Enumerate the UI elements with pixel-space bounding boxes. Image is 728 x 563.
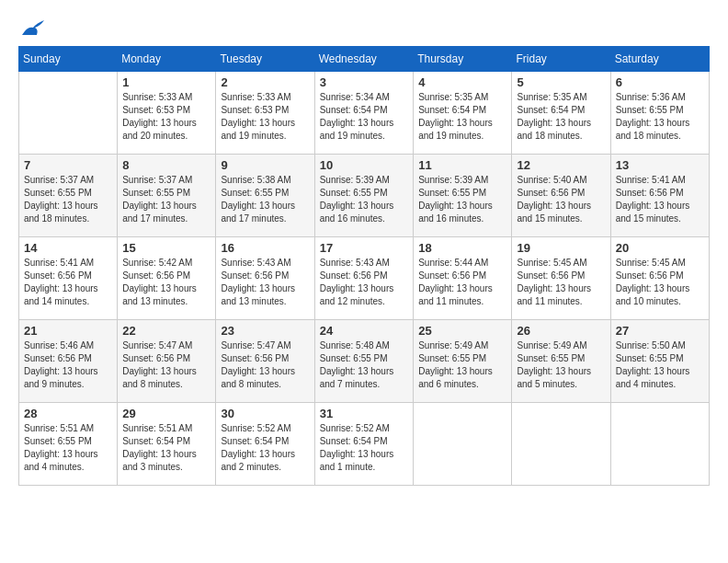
calendar-cell: 17Sunrise: 5:43 AMSunset: 6:56 PMDayligh… — [314, 237, 414, 320]
calendar-cell: 2Sunrise: 5:33 AMSunset: 6:53 PMDaylight… — [216, 72, 314, 155]
calendar-cell: 20Sunrise: 5:45 AMSunset: 6:56 PMDayligh… — [610, 237, 709, 320]
day-info: Sunrise: 5:38 AMSunset: 6:55 PMDaylight:… — [221, 174, 309, 225]
day-number: 28 — [24, 407, 112, 420]
calendar-cell: 3Sunrise: 5:34 AMSunset: 6:54 PMDaylight… — [314, 72, 414, 155]
day-number: 30 — [221, 407, 309, 420]
day-number: 3 — [320, 75, 409, 89]
day-info: Sunrise: 5:51 AMSunset: 6:54 PMDaylight:… — [122, 422, 210, 474]
day-number: 17 — [320, 241, 409, 255]
day-info: Sunrise: 5:50 AMSunset: 6:55 PMDaylight:… — [616, 339, 704, 391]
day-info: Sunrise: 5:35 AMSunset: 6:54 PMDaylight:… — [418, 91, 506, 143]
logo — [18, 18, 46, 37]
page-header — [18, 18, 710, 37]
calendar-cell: 23Sunrise: 5:47 AMSunset: 6:56 PMDayligh… — [216, 320, 314, 403]
day-info: Sunrise: 5:33 AMSunset: 6:53 PMDaylight:… — [221, 91, 309, 143]
day-info: Sunrise: 5:47 AMSunset: 6:56 PMDaylight:… — [221, 339, 309, 391]
calendar-cell: 30Sunrise: 5:52 AMSunset: 6:54 PMDayligh… — [216, 403, 314, 486]
day-info: Sunrise: 5:39 AMSunset: 6:55 PMDaylight:… — [320, 174, 409, 225]
calendar-header-row: SundayMondayTuesdayWednesdayThursdayFrid… — [19, 47, 710, 72]
day-number: 8 — [122, 158, 210, 172]
day-number: 14 — [24, 241, 112, 255]
calendar-cell: 22Sunrise: 5:47 AMSunset: 6:56 PMDayligh… — [118, 320, 216, 403]
calendar-cell: 21Sunrise: 5:46 AMSunset: 6:56 PMDayligh… — [19, 320, 118, 403]
calendar-cell: 6Sunrise: 5:36 AMSunset: 6:55 PMDaylight… — [610, 72, 709, 155]
day-info: Sunrise: 5:49 AMSunset: 6:55 PMDaylight:… — [418, 339, 506, 391]
day-info: Sunrise: 5:51 AMSunset: 6:55 PMDaylight:… — [24, 422, 112, 474]
header-saturday: Saturday — [610, 47, 709, 72]
day-number: 9 — [221, 158, 309, 172]
day-number: 12 — [517, 158, 605, 172]
day-info: Sunrise: 5:46 AMSunset: 6:56 PMDaylight:… — [24, 339, 112, 391]
day-info: Sunrise: 5:43 AMSunset: 6:56 PMDaylight:… — [320, 257, 409, 308]
day-number: 6 — [616, 75, 704, 89]
day-info: Sunrise: 5:35 AMSunset: 6:54 PMDaylight:… — [517, 91, 605, 143]
calendar-cell: 11Sunrise: 5:39 AMSunset: 6:55 PMDayligh… — [414, 155, 512, 237]
calendar-cell: 24Sunrise: 5:48 AMSunset: 6:55 PMDayligh… — [314, 320, 414, 403]
header-tuesday: Tuesday — [216, 47, 314, 72]
day-info: Sunrise: 5:41 AMSunset: 6:56 PMDaylight:… — [616, 174, 704, 225]
calendar-cell: 28Sunrise: 5:51 AMSunset: 6:55 PMDayligh… — [19, 403, 118, 486]
day-info: Sunrise: 5:47 AMSunset: 6:56 PMDaylight:… — [122, 339, 210, 391]
calendar-week-row: 21Sunrise: 5:46 AMSunset: 6:56 PMDayligh… — [19, 320, 710, 403]
day-info: Sunrise: 5:43 AMSunset: 6:56 PMDaylight:… — [221, 257, 309, 308]
calendar-cell: 18Sunrise: 5:44 AMSunset: 6:56 PMDayligh… — [414, 237, 512, 320]
calendar-cell: 26Sunrise: 5:49 AMSunset: 6:55 PMDayligh… — [512, 320, 610, 403]
day-number: 7 — [24, 158, 112, 172]
day-number: 13 — [616, 158, 704, 172]
calendar-cell — [414, 403, 512, 486]
calendar-cell: 29Sunrise: 5:51 AMSunset: 6:54 PMDayligh… — [118, 403, 216, 486]
calendar-week-row: 28Sunrise: 5:51 AMSunset: 6:55 PMDayligh… — [19, 403, 710, 486]
day-info: Sunrise: 5:34 AMSunset: 6:54 PMDaylight:… — [320, 91, 409, 143]
day-number: 4 — [418, 75, 506, 89]
day-number: 15 — [122, 241, 210, 255]
day-number: 19 — [517, 241, 605, 255]
day-info: Sunrise: 5:37 AMSunset: 6:55 PMDaylight:… — [122, 174, 210, 225]
calendar-table: SundayMondayTuesdayWednesdayThursdayFrid… — [18, 46, 710, 486]
day-info: Sunrise: 5:41 AMSunset: 6:56 PMDaylight:… — [24, 257, 112, 308]
day-number: 29 — [122, 407, 210, 420]
day-info: Sunrise: 5:39 AMSunset: 6:55 PMDaylight:… — [418, 174, 506, 225]
calendar-week-row: 7Sunrise: 5:37 AMSunset: 6:55 PMDaylight… — [19, 155, 710, 237]
calendar-cell: 13Sunrise: 5:41 AMSunset: 6:56 PMDayligh… — [610, 155, 709, 237]
header-wednesday: Wednesday — [314, 47, 414, 72]
day-info: Sunrise: 5:42 AMSunset: 6:56 PMDaylight:… — [122, 257, 210, 308]
day-number: 5 — [517, 75, 605, 89]
logo-bird-icon — [20, 18, 46, 37]
calendar-cell: 7Sunrise: 5:37 AMSunset: 6:55 PMDaylight… — [19, 155, 118, 237]
day-info: Sunrise: 5:36 AMSunset: 6:55 PMDaylight:… — [616, 91, 704, 143]
calendar-cell: 27Sunrise: 5:50 AMSunset: 6:55 PMDayligh… — [610, 320, 709, 403]
calendar-cell: 31Sunrise: 5:52 AMSunset: 6:54 PMDayligh… — [314, 403, 414, 486]
header-sunday: Sunday — [19, 47, 118, 72]
day-number: 22 — [122, 324, 210, 338]
day-number: 16 — [221, 241, 309, 255]
day-info: Sunrise: 5:48 AMSunset: 6:55 PMDaylight:… — [320, 339, 409, 391]
day-info: Sunrise: 5:45 AMSunset: 6:56 PMDaylight:… — [616, 257, 704, 308]
calendar-cell — [610, 403, 709, 486]
calendar-cell: 15Sunrise: 5:42 AMSunset: 6:56 PMDayligh… — [118, 237, 216, 320]
calendar-cell: 10Sunrise: 5:39 AMSunset: 6:55 PMDayligh… — [314, 155, 414, 237]
day-number: 26 — [517, 324, 605, 338]
calendar-week-row: 1Sunrise: 5:33 AMSunset: 6:53 PMDaylight… — [19, 72, 710, 155]
day-info: Sunrise: 5:40 AMSunset: 6:56 PMDaylight:… — [517, 174, 605, 225]
day-number: 18 — [418, 241, 506, 255]
calendar-cell: 16Sunrise: 5:43 AMSunset: 6:56 PMDayligh… — [216, 237, 314, 320]
calendar-cell: 25Sunrise: 5:49 AMSunset: 6:55 PMDayligh… — [414, 320, 512, 403]
calendar-cell: 12Sunrise: 5:40 AMSunset: 6:56 PMDayligh… — [512, 155, 610, 237]
day-number: 25 — [418, 324, 506, 338]
day-info: Sunrise: 5:33 AMSunset: 6:53 PMDaylight:… — [122, 91, 210, 143]
day-number: 24 — [320, 324, 409, 338]
day-info: Sunrise: 5:44 AMSunset: 6:56 PMDaylight:… — [418, 257, 506, 308]
calendar-cell — [512, 403, 610, 486]
header-monday: Monday — [118, 47, 216, 72]
calendar-cell: 14Sunrise: 5:41 AMSunset: 6:56 PMDayligh… — [19, 237, 118, 320]
day-info: Sunrise: 5:52 AMSunset: 6:54 PMDaylight:… — [320, 422, 409, 474]
day-info: Sunrise: 5:52 AMSunset: 6:54 PMDaylight:… — [221, 422, 309, 474]
day-number: 2 — [221, 75, 309, 89]
calendar-cell: 19Sunrise: 5:45 AMSunset: 6:56 PMDayligh… — [512, 237, 610, 320]
day-number: 31 — [320, 407, 409, 420]
calendar-cell: 9Sunrise: 5:38 AMSunset: 6:55 PMDaylight… — [216, 155, 314, 237]
day-number: 27 — [616, 324, 704, 338]
header-friday: Friday — [512, 47, 610, 72]
day-number: 21 — [24, 324, 112, 338]
header-thursday: Thursday — [414, 47, 512, 72]
